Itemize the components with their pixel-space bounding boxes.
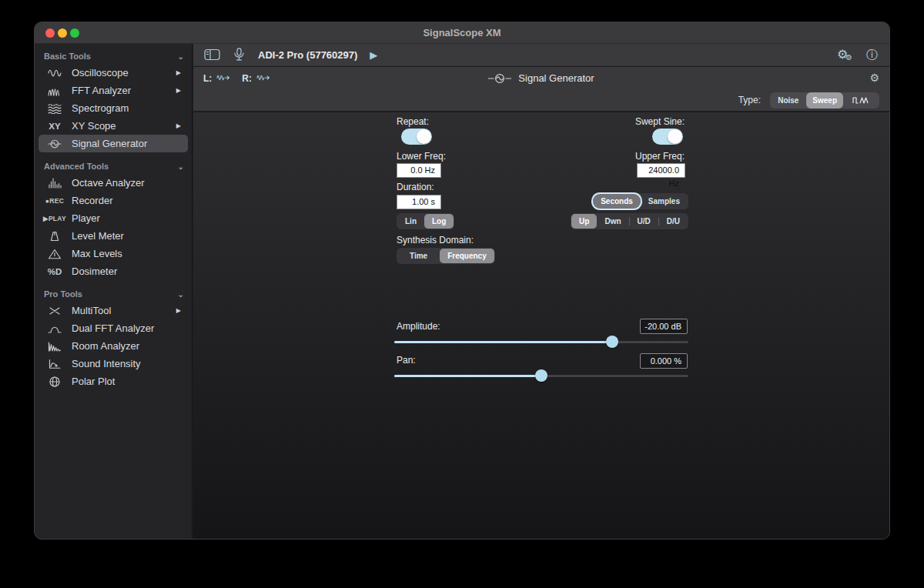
slider-thumb[interactable] [535,369,547,382]
scale-option-lin[interactable]: Lin [397,214,424,229]
toggle-knob [668,129,682,144]
square-sine-wave-icon [852,96,871,105]
sidebar-item-dual-fft-analyzer[interactable]: Dual FFT Analyzer [38,319,188,337]
sidebar-item-max-levels[interactable]: Max Levels [38,245,188,262]
section-header-basic-tools[interactable]: Basic Tools ⌄ [44,49,184,63]
units-option-samples[interactable]: Samples [641,194,688,209]
sidebar-item-multitool[interactable]: MultiTool ▶ [38,302,188,319]
slider-thumb[interactable] [606,336,618,348]
swept-sine-label: Swept Sine: [635,116,685,127]
main-area: ADI-2 Pro (57760297) ▶ ⚙⚙ ⓘ L: R: Signal… [193,44,889,539]
units-segmented-control: Seconds Samples [592,193,688,209]
panel-title: Signal Generator [193,67,889,89]
lower-freq-label: Lower Freq: [397,151,446,162]
pan-label: Pan: [397,355,416,366]
sidebar-item-label: FFT Analyzer [72,85,131,96]
upper-freq-input[interactable]: 24000.0 Hz [637,163,685,178]
sidebar-item-label: Spectrogram [72,102,129,114]
dosimeter-icon: %D [43,267,66,276]
amplitude-label: Amplitude: [397,321,440,332]
octave-bars-icon [43,178,66,189]
amplitude-value-field[interactable]: -20.00 dB [640,319,688,334]
sidebar-item-octave-analyzer[interactable]: Octave Analyzer [38,174,188,192]
domain-option-frequency[interactable]: Frequency [440,249,494,263]
settings-gears-icon[interactable]: ⚙⚙ [837,47,855,62]
generator-panel: Repeat: Swept Sine: Lower Freq: 0.0 Hz U… [193,112,889,539]
type-option-sweep[interactable]: Sweep [806,92,843,109]
decay-waveform-icon [43,341,66,352]
toolbar: ADI-2 Pro (57760297) ▶ ⚙⚙ ⓘ [193,44,889,66]
scale-option-log[interactable]: Log [424,214,454,229]
sidebar-item-recorder[interactable]: ●REC Recorder [38,192,188,209]
sidebar-item-label: Polar Plot [72,376,115,387]
pan-value-field[interactable]: 0.000 % [640,353,688,369]
section-header-advanced-tools[interactable]: Advanced Tools ⌄ [44,159,184,173]
generator-settings-gear-icon[interactable]: ⚙ [869,72,879,84]
sidebar: Basic Tools ⌄ Oscilloscope ▶ FFT Analyze… [35,44,192,539]
sidebar-item-label: Recorder [72,195,112,206]
axis-curve-icon [43,359,66,369]
warning-triangle-icon [43,249,66,259]
direction-option-dwn[interactable]: Dwn [597,214,628,229]
channel-bar: L: R: Signal Generator ⚙ [193,67,889,89]
device-name[interactable]: ADI-2 Pro (57760297) [258,49,357,61]
units-option-seconds[interactable]: Seconds [593,194,641,209]
sidebar-toggle-button[interactable] [204,48,220,61]
synthesis-domain-label: Synthesis Domain: [397,235,474,246]
sidebar-item-sound-intensity[interactable]: Sound Intensity [38,355,188,373]
type-option-arbitrary[interactable] [843,92,879,109]
sidebar-item-level-meter[interactable]: Level Meter [38,227,188,245]
sidebar-item-fft-analyzer[interactable]: FFT Analyzer ▶ [38,82,188,99]
chevron-down-icon: ⌄ [178,290,184,299]
submenu-arrow-icon: ▶ [176,87,181,94]
lower-freq-input[interactable]: 0.0 Hz [397,163,441,178]
sidebar-item-label: Level Meter [72,230,124,242]
sidebar-item-dosimeter[interactable]: %D Dosimeter [38,262,188,280]
chevron-down-icon: ⌄ [178,162,184,171]
sidebar-item-xy-scope[interactable]: XY XY Scope ▶ [38,117,188,135]
type-row: Type: Noise Sweep [193,89,889,112]
sidebar-item-label: Dual FFT Analyzer [72,322,154,334]
swept-sine-toggle[interactable] [652,129,683,145]
title-bar: SignalScope XM [35,22,889,44]
sidebar-item-room-analyzer[interactable]: Room Analyzer [38,337,188,355]
sidebar-item-signal-generator[interactable]: Signal Generator [38,135,188,152]
sidebar-item-label: Player [72,212,100,224]
info-icon[interactable]: ⓘ [866,48,878,62]
sidebar-item-label: Octave Analyzer [72,177,145,189]
section-header-pro-tools[interactable]: Pro Tools ⌄ [44,287,184,301]
sidebar-item-spectrogram[interactable]: Spectrogram [38,99,188,117]
curve-icon [43,323,66,334]
slider-fill [394,375,541,377]
type-option-noise[interactable]: Noise [770,92,806,109]
direction-option-du[interactable]: D/U [659,214,688,229]
sine-wave-icon [43,68,66,79]
direction-option-up[interactable]: Up [571,214,597,229]
direction-option-ud[interactable]: U/D [630,214,658,229]
sidebar-item-label: Oscilloscope [72,67,129,79]
play-button[interactable]: ▶ [370,49,377,61]
slider-fill [394,341,612,343]
sidebar-item-oscilloscope[interactable]: Oscilloscope ▶ [38,64,188,82]
chevron-down-icon: ⌄ [178,52,184,61]
submenu-arrow-icon: ▶ [176,122,181,129]
section-label: Basic Tools [44,52,91,61]
sidebar-item-polar-plot[interactable]: Polar Plot [38,373,188,390]
duration-input[interactable]: 1.00 s [397,195,441,209]
amplitude-slider[interactable] [394,336,688,348]
pan-slider[interactable] [394,369,688,382]
spectrogram-waves-icon [43,103,66,114]
multitool-icon [43,306,66,316]
record-icon: ●REC [43,197,66,205]
domain-option-time[interactable]: Time [397,249,440,263]
toggle-knob [417,129,431,144]
fft-peaks-icon [43,85,66,96]
repeat-label: Repeat: [397,116,429,127]
sidebar-item-label: MultiTool [72,305,111,316]
polar-plot-icon [43,376,66,387]
repeat-toggle[interactable] [401,129,432,145]
sidebar-item-player[interactable]: ▶PLAY Player [38,209,188,227]
sidebar-item-label: Max Levels [72,248,122,259]
microphone-icon[interactable] [234,48,244,62]
signal-generator-icon [43,139,66,149]
